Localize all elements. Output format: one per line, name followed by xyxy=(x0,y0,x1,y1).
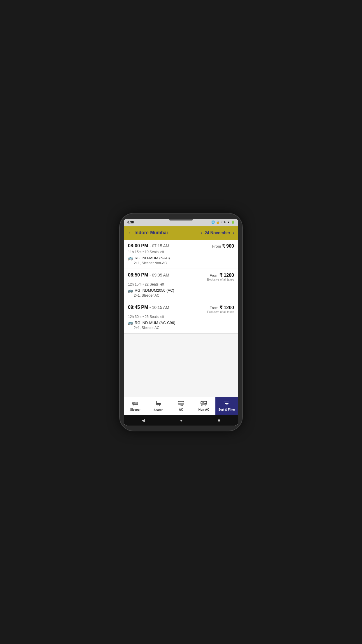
header-date: ‹ 24 November › xyxy=(201,230,234,235)
seater-icon xyxy=(156,400,161,408)
status-bar: 6:38 🌐 🔒 LTE ▲ 🔋 xyxy=(124,219,238,226)
app-header: ← Indore-Mumbai ‹ 24 November › xyxy=(124,226,238,240)
bus-card-row1-3: 09:45 PM - 10:15 AM From ₹ 1200 Exclusiv… xyxy=(128,305,234,314)
svg-rect-9 xyxy=(178,401,184,404)
current-date: 24 November xyxy=(205,230,230,235)
bus-duration-2: 12h 15m • 22 Seats left xyxy=(128,282,234,286)
status-icons: 🌐 🔒 LTE ▲ 🔋 xyxy=(211,220,235,224)
nav-item-nonac[interactable]: Non-AC xyxy=(192,397,215,415)
next-date-button[interactable]: › xyxy=(233,230,234,235)
bus-card-3[interactable]: 09:45 PM - 10:15 AM From ₹ 1200 Exclusiv… xyxy=(124,301,238,334)
sleeper-icon xyxy=(132,401,138,407)
arrival-time-3: 10:15 AM xyxy=(152,305,169,310)
bus-operator-3: RG IND-MUM (AC-C96) xyxy=(135,321,175,325)
nonac-icon xyxy=(201,401,207,407)
nav-item-ac[interactable]: AC xyxy=(170,397,192,415)
bus-price-2: ₹ 1200 xyxy=(219,273,234,278)
arrival-time-2: 09:05 AM xyxy=(152,273,169,277)
battery-icon: 🔋 xyxy=(231,220,235,224)
price-tax-2: Exclusive of all taxes xyxy=(207,278,234,281)
svg-rect-6 xyxy=(156,403,161,405)
bus-duration-3: 12h 30m • 25 Seats left xyxy=(128,315,234,319)
bus-price-container: From ₹ 900 xyxy=(212,243,234,249)
bus-duration: 11h 15m • 19 Seats left xyxy=(128,250,234,254)
price-from-label-3: From xyxy=(210,306,219,310)
header-left: ← Indore-Mumbai xyxy=(128,230,168,235)
bus-vehicle-icon-2: 🚌 xyxy=(128,288,133,293)
bus-timing-2: 08:50 PM - 09:05 AM xyxy=(128,272,169,278)
android-nav-bar: ◀ ● ■ xyxy=(124,415,238,426)
bus-vehicle-icon: 🚌 xyxy=(128,256,133,260)
nav-label-seater: Seater xyxy=(154,408,163,412)
departure-time: 08:00 PM xyxy=(128,243,148,248)
bus-timing: 08:00 PM - 07:15 AM xyxy=(128,243,169,249)
svg-line-17 xyxy=(201,401,207,404)
nav-item-sort-filter[interactable]: Sort & Filter xyxy=(215,397,238,415)
ac-icon xyxy=(178,401,184,407)
phone-shell: 6:38 🌐 🔒 LTE ▲ 🔋 ← Indore-Mumbai ‹ 24 No… xyxy=(120,214,242,431)
bus-operator: RG IND-MUM (NAC) xyxy=(135,256,170,260)
android-home-button[interactable]: ● xyxy=(180,418,182,423)
bus-vehicle-icon-3: 🚌 xyxy=(128,321,133,325)
status-time: 6:38 xyxy=(127,220,134,224)
bus-type-3: 2+1, Sleeper,AC xyxy=(134,326,234,330)
nav-label-sort-filter: Sort & Filter xyxy=(218,408,235,411)
bus-card-1[interactable]: 08:00 PM - 07:15 AM From ₹ 900 11h 15m •… xyxy=(124,240,238,269)
price-tax-3: Exclusive of all taxes xyxy=(207,310,234,314)
bus-operator-2: RG INDMUM2050 (AC) xyxy=(135,288,174,293)
network-label: LTE xyxy=(221,220,226,224)
bus-timing-3: 09:45 PM - 10:15 AM xyxy=(128,305,169,310)
price-from-label: From xyxy=(212,244,222,249)
departure-time-3: 09:45 PM xyxy=(128,305,148,310)
phone-screen: 6:38 🌐 🔒 LTE ▲ 🔋 ← Indore-Mumbai ‹ 24 No… xyxy=(124,219,238,426)
svg-rect-0 xyxy=(133,402,138,405)
nav-label-sleeper: Sleeper xyxy=(130,408,140,411)
departure-time-2: 08:50 PM xyxy=(128,272,148,277)
bus-info-row-2: 🚌 RG INDMUM2050 (AC) xyxy=(128,288,234,293)
nav-label-nonac: Non-AC xyxy=(198,408,209,411)
price-from-label-2: From xyxy=(210,273,219,278)
prev-date-button[interactable]: ‹ xyxy=(201,230,203,235)
bus-price-3: ₹ 1200 xyxy=(219,305,234,310)
bus-card-2[interactable]: 08:50 PM - 09:05 AM From ₹ 1200 Exclusiv… xyxy=(124,269,238,301)
bus-info-row-3: 🚌 RG IND-MUM (AC-C96) xyxy=(128,321,234,325)
bus-price-container-2: From ₹ 1200 Exclusive of all taxes xyxy=(207,272,234,281)
arrival-time: 07:15 AM xyxy=(152,244,169,248)
bottom-nav: Sleeper Seater xyxy=(124,397,238,415)
bus-price-container-3: From ₹ 1200 Exclusive of all taxes xyxy=(207,305,234,314)
signal-icon: ▲ xyxy=(227,220,230,224)
svg-rect-5 xyxy=(157,401,160,403)
bus-info-row: 🚌 RG IND-MUM (NAC) xyxy=(128,256,234,260)
nav-item-sleeper[interactable]: Sleeper xyxy=(124,397,147,415)
android-recent-button[interactable]: ■ xyxy=(218,418,220,423)
back-button[interactable]: ← xyxy=(128,230,133,235)
bus-list: 08:00 PM - 07:15 AM From ₹ 900 11h 15m •… xyxy=(124,240,238,397)
lock-icon: 🔒 xyxy=(216,220,219,224)
bus-price: ₹ 900 xyxy=(222,244,234,249)
globe-icon: 🌐 xyxy=(211,220,215,224)
android-back-button[interactable]: ◀ xyxy=(142,418,145,423)
filter-icon xyxy=(224,401,230,407)
bus-card-row1: 08:00 PM - 07:15 AM From ₹ 900 xyxy=(128,243,234,249)
nav-label-ac: AC xyxy=(179,408,183,411)
bus-card-row1-2: 08:50 PM - 09:05 AM From ₹ 1200 Exclusiv… xyxy=(128,272,234,281)
bus-type-2: 2+1, Sleeper,AC xyxy=(134,293,234,298)
nav-item-seater[interactable]: Seater xyxy=(147,397,169,415)
header-title: Indore-Mumbai xyxy=(134,230,168,235)
bus-type: 2+1, Sleeper,Non-AC xyxy=(134,261,234,265)
